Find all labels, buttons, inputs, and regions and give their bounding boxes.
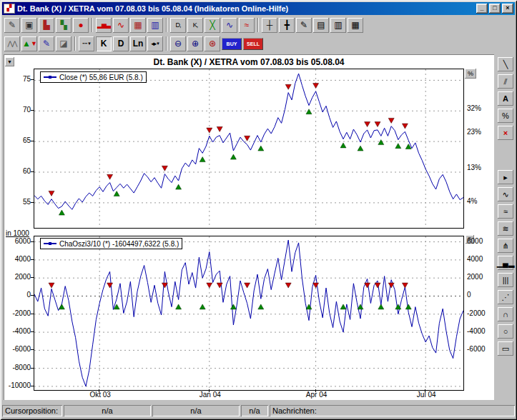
chart-pencil-icon[interactable]: ✎ [4, 18, 20, 33]
candle-button[interactable]: K [96, 36, 112, 51]
sell-signal-icon [162, 283, 167, 288]
buy-signal-icon [378, 304, 384, 309]
buy-signal-icon [405, 304, 411, 309]
histogram-red-icon[interactable]: ▂▅▃ [96, 18, 112, 33]
buy-signal-icon [358, 304, 363, 309]
text-tool[interactable]: A [498, 91, 513, 106]
trendline-tool[interactable]: ╲ [498, 57, 513, 71]
crosshair-icon[interactable]: ┼ [262, 18, 277, 33]
zigzag-tool[interactable]: ∿ [498, 187, 513, 201]
cursor-extra-value: n/a [241, 405, 268, 416]
pitchfork-tool[interactable]: ⋔ [498, 239, 513, 253]
buy-signal-icon [176, 184, 182, 189]
oscillator-plot[interactable]: ChaOszi3/10 (*) -1604497,6322 (5.8.) [34, 236, 464, 391]
draw-signal-icon[interactable]: ✎ [39, 36, 54, 51]
oscillator-y-label: -10000 [5, 381, 31, 389]
sell-signal-icon [162, 166, 167, 171]
percent-lines-tool[interactable]: % [498, 109, 513, 123]
line-style-dropdown[interactable]: ╌▾ [79, 36, 94, 51]
double-zigzag-tool[interactable]: ≈ [498, 204, 513, 219]
zoom-out-icon[interactable]: ⊖ [170, 36, 186, 51]
candle-button-glyph: K [101, 39, 107, 49]
report-icon[interactable]: ▤ [313, 18, 329, 33]
titlebar[interactable]: ▞ Dt. Bank (X) / XETRA vom 07.08.03 bis … [2, 2, 515, 15]
buy-sell-signals-icon-glyph: ▲ [22, 39, 31, 49]
zoom-data-icon[interactable]: ⊛ [205, 36, 220, 51]
x-axis-month-label: Jul 04 [412, 391, 440, 399]
table-icon-glyph: ▦ [134, 20, 142, 30]
interval-d-icon[interactable]: D, [170, 18, 186, 33]
diagonal-dots-tool[interactable]: ⋰ [498, 290, 513, 304]
oscillator-right-y-label: -2000 [467, 309, 493, 317]
toolbar-separator [166, 18, 167, 32]
vertical-lines-tool-glyph: ||| [503, 276, 509, 284]
oscillator-right-y-label: 4000 [467, 255, 493, 263]
price-plot[interactable]: Close (*) 55,86 EUR (5.8.) [34, 69, 464, 229]
vertical-lines-tool[interactable]: ||| [498, 273, 513, 287]
pointer-tool-glyph: ▸ [503, 173, 508, 182]
daily-button[interactable]: D [113, 36, 129, 51]
oscillator-line [34, 240, 463, 386]
main-toolbar: ✎▣▙▚●▂▅▃∿▦▥D,K,╳∿≈┼╋✎▤▥▦ [2, 16, 515, 34]
buy-signal-icon [340, 304, 346, 309]
ellipse-tool[interactable]: ○ [498, 324, 513, 339]
line-chart-red-icon[interactable]: ∿ [113, 18, 129, 33]
close-button[interactable]: × [502, 4, 513, 14]
compare-cross-icon[interactable]: ╳ [205, 18, 220, 33]
sell-signal-icon [285, 84, 291, 89]
copy-chart-icon[interactable]: ▣ [21, 18, 37, 33]
signal-chart-icon[interactable]: ≈ [239, 18, 255, 33]
toolbar-separator [92, 18, 93, 32]
buy-signal-icon [200, 157, 205, 162]
pointer-tool[interactable]: ▸ [498, 170, 513, 184]
arc-tool[interactable]: ∩ [498, 307, 513, 321]
zigzag-blue-icon[interactable]: ∿ [222, 18, 237, 33]
mini-chart-red-icon-glyph: ▙ [43, 20, 49, 30]
sell-signal-icon [402, 124, 408, 129]
buy-signal-icon [358, 146, 363, 151]
move-crosshair-icon[interactable]: ╋ [279, 18, 295, 33]
statusbar: Cursorposition: n/a n/a n/a Nachrichten: [2, 404, 515, 418]
minimize-button[interactable]: _ [476, 4, 488, 14]
mini-chart-red-icon[interactable]: ▙ [39, 18, 54, 33]
buy-signal-icon [395, 144, 401, 149]
histogram-tool[interactable]: ▁▄▂ [498, 256, 513, 270]
sell-signal-icon [285, 283, 291, 288]
buy-signal-icon [59, 210, 64, 215]
parallel-lines-tool[interactable]: ⫽ [498, 74, 513, 89]
mini-chart-green-icon[interactable]: ▚ [56, 18, 72, 33]
zoom-in-icon[interactable]: ⊕ [187, 36, 203, 51]
toolbar-separator [166, 36, 167, 51]
indicator-menu-button[interactable]: ≡ [466, 235, 474, 244]
delete-drawing-tool[interactable]: × [498, 126, 513, 140]
percent-y-label: 23% [467, 128, 491, 136]
oscillator-legend-text: ChaOszi3/10 (*) -1604497,6322 (5.8.) [59, 240, 179, 248]
grid-layout-icon[interactable]: ▦ [348, 18, 363, 33]
rectangle-tool[interactable]: ▭ [498, 341, 513, 356]
columns-blue-icon-glyph: ▥ [151, 20, 159, 30]
oscillator-y-label: -8000 [5, 364, 31, 371]
buy-button[interactable]: BUY [222, 38, 242, 50]
legend-line-sample [44, 76, 56, 78]
oscillator-right-y-label: 0 [467, 291, 493, 299]
percent-scale-button[interactable]: % [465, 69, 476, 79]
table-icon[interactable]: ▦ [130, 18, 146, 33]
page-layout-icon[interactable]: ▥ [330, 18, 346, 33]
draw-pencil-icon[interactable]: ✎ [296, 18, 312, 33]
channel-tool-glyph: ≋ [502, 224, 508, 234]
x-axis-month-label: Okt 03 [86, 391, 114, 399]
sell-button[interactable]: SELL [243, 38, 263, 50]
buy-sell-signals-icon[interactable]: ▲▼ [21, 36, 37, 51]
snapshot-icon[interactable]: ● [73, 18, 89, 33]
maximize-button[interactable]: □ [489, 4, 501, 14]
sell-signal-icon [388, 118, 394, 123]
interval-d-icon-glyph: D, [176, 21, 181, 29]
interval-k-icon[interactable]: K, [187, 18, 203, 33]
scroll-mode-dropdown[interactable]: ◂▸▾ [147, 36, 163, 51]
log-scale-button[interactable]: Ln [130, 36, 146, 51]
channel-tool[interactable]: ≋ [498, 221, 513, 236]
columns-blue-icon[interactable]: ▥ [147, 18, 163, 33]
eraser-icon[interactable]: ◪ [56, 36, 72, 51]
zigzag-peaks-icon[interactable]: ⋀⋀ [4, 36, 20, 51]
ellipse-tool-glyph: ○ [503, 327, 508, 336]
